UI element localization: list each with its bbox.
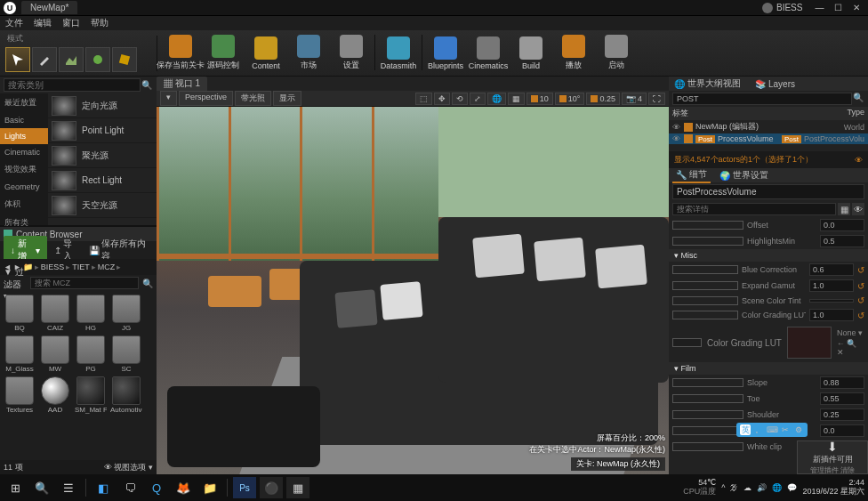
show-button[interactable]: 显示	[273, 91, 301, 106]
ime-punct-icon[interactable]: 。	[753, 424, 764, 435]
visibility-icon[interactable]: 👁	[672, 134, 681, 143]
details-tab[interactable]: 🔧 细节	[672, 167, 711, 183]
outliner-row[interactable]: 👁PostProcessVolumePostPostProcessVolu	[669, 133, 868, 144]
maximize-viewport-icon[interactable]: ⛶	[648, 93, 665, 105]
override-checkbox[interactable]	[672, 265, 738, 274]
tray-steam-icon[interactable]: 🌫	[730, 483, 738, 492]
placer-cat-视觉效果[interactable]: 视觉效果	[0, 160, 48, 179]
transform-scale-icon[interactable]: ⤢	[470, 93, 486, 105]
taskbar-app-3[interactable]: Q	[145, 477, 168, 498]
reset-icon[interactable]: 👁	[855, 156, 863, 165]
placer-cat-Lights[interactable]: Lights	[0, 128, 48, 144]
placer-cat-Basic[interactable]: Basic	[0, 112, 48, 128]
viewport-tab[interactable]: ▦ 视口 1	[157, 77, 207, 91]
reset-icon[interactable]: ↺	[857, 281, 864, 291]
property-matrix-icon[interactable]: ▦	[838, 203, 850, 215]
override-checkbox[interactable]	[672, 426, 743, 435]
toolbar-datasmith[interactable]: Datasmith	[377, 35, 420, 71]
taskbar-app-ps[interactable]: Ps	[233, 477, 256, 498]
override-checkbox[interactable]	[672, 394, 743, 403]
layers-tab[interactable]: 📚 Layers	[750, 78, 800, 90]
override-checkbox[interactable]	[672, 237, 743, 246]
value-spinner[interactable]: 1.0	[809, 309, 854, 321]
asset-item[interactable]: Textures	[4, 376, 36, 414]
project-tab[interactable]: NewMap*	[21, 1, 77, 14]
toolbar-启动[interactable]: 启动	[595, 35, 638, 71]
menu-file[interactable]: 文件	[5, 17, 23, 29]
toolbar-content[interactable]: Content	[245, 35, 287, 71]
eye-icon[interactable]: 👁	[852, 203, 864, 215]
value-spinner[interactable]: 0.0	[820, 424, 864, 437]
start-button[interactable]: ⊞	[4, 477, 27, 498]
search-icon[interactable]: 🔍	[142, 279, 153, 288]
asset-item[interactable]: MW	[39, 335, 71, 373]
asset-item[interactable]: BQ	[4, 295, 36, 332]
placer-item[interactable]: Rect Light	[48, 168, 157, 193]
asset-item[interactable]: SM_Mat PreviewMesh 02	[75, 376, 107, 414]
menu-help[interactable]: 帮助	[91, 17, 108, 29]
value-spinner[interactable]	[809, 299, 854, 303]
override-checkbox[interactable]	[672, 338, 702, 347]
value-spinner[interactable]: 0.55	[820, 392, 864, 405]
placer-cat-体积[interactable]: 体积	[0, 195, 48, 214]
toolbar-源码控制[interactable]: 源码控制	[202, 35, 245, 71]
toolbar-播放[interactable]: 播放	[552, 35, 595, 71]
tray-vol-icon[interactable]: 🔊	[757, 483, 767, 492]
override-checkbox[interactable]	[672, 296, 738, 305]
asset-item[interactable]: M_Glass	[4, 335, 36, 373]
search-icon[interactable]: 🔍	[141, 80, 153, 90]
outliner-row[interactable]: 👁NewMap (编辑器)World	[669, 120, 868, 133]
mode-landscape-icon[interactable]	[59, 47, 84, 72]
override-checkbox[interactable]	[672, 378, 743, 387]
task-view-icon[interactable]: ☰	[57, 477, 80, 498]
menu-window[interactable]: 窗口	[62, 17, 80, 29]
transform-rotate-icon[interactable]: ⟲	[452, 93, 468, 105]
taskbar-app-5[interactable]: 📁	[198, 477, 221, 498]
ime-toolbar[interactable]: 英 。 ⌨ ✂ ⚙	[736, 423, 808, 437]
crumb-2[interactable]: MCZ	[98, 263, 116, 271]
override-checkbox[interactable]	[672, 221, 743, 230]
plugin-banner[interactable]: ⬇ 新插件可用 管理插件 清除	[797, 440, 868, 474]
toolbar-保存当前关卡[interactable]: 保存当前关卡	[159, 35, 202, 71]
toolbar-cinematics[interactable]: Cinematics	[467, 35, 510, 71]
maximize-button[interactable]: ☐	[830, 3, 846, 12]
mode-geometry-icon[interactable]	[112, 47, 137, 72]
lut-thumbnail[interactable]	[787, 327, 832, 359]
crumb-1[interactable]: TIET	[72, 263, 90, 271]
override-checkbox[interactable]	[672, 311, 738, 319]
selected-object-name[interactable]: PostProcessVolume	[672, 184, 864, 199]
ime-keyboard-icon[interactable]: ⌨	[767, 424, 777, 435]
placer-cat-Cinematic[interactable]: Cinematic	[0, 144, 48, 160]
toolbar-build[interactable]: Build	[510, 35, 552, 71]
perspective-button[interactable]: Perspective	[179, 91, 233, 106]
col-label[interactable]: 标签	[672, 108, 847, 119]
banner-actions[interactable]: 管理插件 清除	[810, 465, 855, 475]
viewport-canvas[interactable]: 屏幕百分比：200% 在关卡中选中Actor：NewMap(永久性) 关卡: N…	[157, 107, 669, 474]
reset-icon[interactable]: ↺	[857, 311, 864, 320]
visibility-icon[interactable]: 👁	[672, 123, 681, 132]
world-settings-tab[interactable]: 🌍 世界设置	[716, 168, 772, 182]
reset-icon[interactable]: ↺	[857, 265, 864, 275]
ime-lang[interactable]: 英	[740, 424, 751, 435]
camera-speed[interactable]: 📷 4	[622, 93, 647, 105]
user-badge[interactable]: BIESS	[762, 3, 802, 13]
taskbar-app-1[interactable]: ◧	[92, 477, 115, 498]
section-header[interactable]: ▾ Film	[669, 362, 868, 375]
value-spinner[interactable]: 0.0	[820, 219, 864, 231]
search-icon[interactable]: 🔍	[852, 93, 864, 105]
override-checkbox[interactable]	[672, 410, 743, 419]
crumb-0[interactable]: BIESS	[41, 263, 65, 271]
value-spinner[interactable]: 0.6	[809, 263, 854, 276]
tray-net-icon[interactable]: 🌐	[772, 483, 782, 492]
asset-item[interactable]: AAD	[39, 376, 71, 414]
minimize-button[interactable]: —	[811, 3, 827, 12]
toolbar-设置[interactable]: 设置	[330, 35, 373, 71]
mode-paint-icon[interactable]	[32, 47, 57, 72]
value-spinner[interactable]: 0.88	[820, 376, 864, 389]
coord-space-icon[interactable]: 🌐	[487, 93, 506, 105]
transform-move-icon[interactable]: ✥	[434, 93, 450, 105]
taskbar-app-other[interactable]: ▦	[286, 477, 309, 498]
value-spinner[interactable]: 0.25	[820, 408, 864, 421]
mode-place-icon[interactable]	[5, 47, 30, 72]
asset-item[interactable]: PG	[75, 335, 107, 373]
